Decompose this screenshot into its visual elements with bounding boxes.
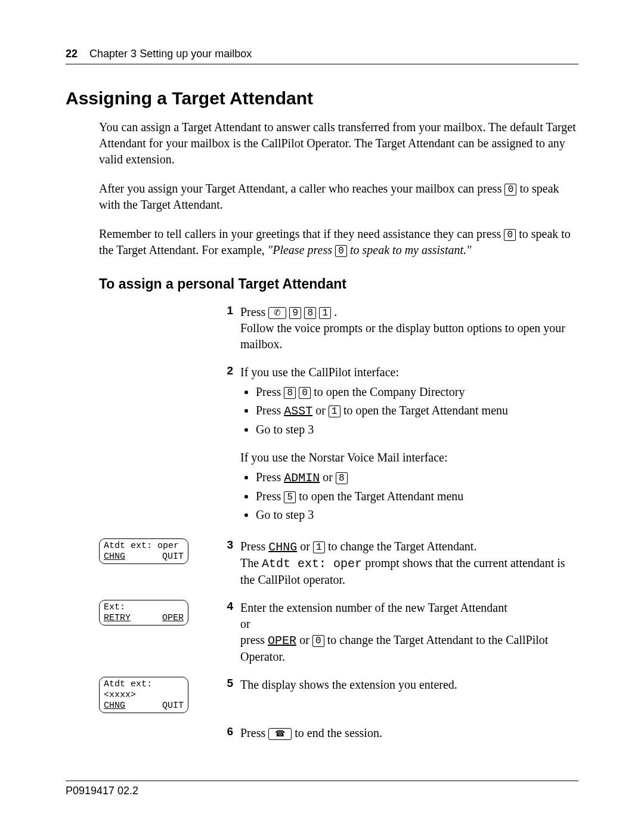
intro-block: You can assign a Target Attendant to ans… [99,119,578,258]
key-0: 0 [504,229,516,241]
intro-paragraph-1: You can assign a Target Attendant to ans… [99,119,578,168]
lcd-softkey-left: CHNG [104,701,125,711]
step-number: 6 [215,725,240,738]
step-5: Atdt ext:<xxxx> CHNG QUIT 5 The display … [99,677,578,713]
lcd-line1: Atdt ext: oper [104,541,184,552]
lcd-prompt-text: Atdt ext: oper [262,557,362,571]
section-heading: Assigning a Target Attendant [66,88,578,109]
key-0: 0 [299,387,311,399]
key-0: 0 [335,245,347,257]
page-number: 22 [66,48,78,60]
list-item: Press 5 to open the Target Attendant men… [256,488,578,504]
key-8: 8 [336,472,348,484]
intro-paragraph-3: Remember to tell callers in your greetin… [99,226,578,258]
step-number: 2 [215,364,240,377]
step-4: Ext: RETRY OPER 4 Enter the extension nu… [99,600,578,665]
key-9: 9 [289,307,301,319]
key-8: 8 [284,387,296,399]
key-0: 0 [504,184,516,196]
step-number: 1 [215,304,240,317]
step-body: Enter the extension number of the new Ta… [240,600,578,665]
key-5: 5 [284,491,296,503]
step-body: Press ✆ 9 8 1 . Follow the voice prompts… [240,304,578,352]
step-3: Atdt ext: oper CHNG QUIT 3 Press CHNG or… [99,538,578,588]
key-0: 0 [312,635,324,647]
lcd-softkey-right: OPER [162,613,184,624]
step-number: 5 [215,677,240,690]
step-body: Press CHNG or 1 to change the Target Att… [240,538,578,588]
key-1: 1 [319,307,331,319]
list-item: Go to step 3 [256,422,578,438]
intro-paragraph-2: After you assign your Target Attendant, … [99,181,578,213]
softkey-admin: ADMIN [284,471,320,485]
softkey-oper: OPER [268,634,296,648]
key-1: 1 [313,541,325,553]
feature-key-icon: ✆ [268,307,286,319]
step-6: 6 Press ☎ to end the session. [99,725,578,741]
page-footer: P0919417 02.2 [66,781,578,797]
softkey-asst: ASST [284,404,312,418]
steps-list: 1 Press ✆ 9 8 1 . Follow the voice promp… [99,304,578,741]
lcd-softkey-left: CHNG [104,552,125,562]
chapter-title: Chapter 3 Setting up your mailbox [89,48,252,60]
list-item: Press ADMIN or 8 [256,469,578,486]
lcd-softkey-right: QUIT [162,552,184,562]
step-1: 1 Press ✆ 9 8 1 . Follow the voice promp… [99,304,578,352]
subsection-heading: To assign a personal Target Attendant [99,276,578,292]
list-item: Press ASST or 1 to open the Target Atten… [256,402,578,419]
lcd-line1: Ext: [104,602,184,613]
example-quote: "Please press 0 to speak to my assistant… [268,243,472,256]
step-body: Press ☎ to end the session. [240,725,578,741]
lcd-display: Atdt ext: oper CHNG QUIT [99,538,188,564]
key-1: 1 [329,405,340,417]
page-header: 22 Chapter 3 Setting up your mailbox [66,48,578,64]
key-8: 8 [304,307,316,319]
step-2: 2 If you use the CallPilot interface: Pr… [99,364,578,527]
list-item: Go to step 3 [256,507,578,523]
step-body: If you use the CallPilot interface: Pres… [240,364,578,527]
lcd-line1: Atdt ext:<xxxx> [104,679,184,701]
list-item: Press 8 0 to open the Company Directory [256,384,578,400]
page: 22 Chapter 3 Setting up your mailbox Ass… [0,0,644,833]
release-key-icon: ☎ [268,728,292,740]
document-id: P0919417 02.2 [66,785,138,797]
lcd-display: Atdt ext:<xxxx> CHNG QUIT [99,677,188,713]
lcd-softkey-right: QUIT [162,701,184,711]
lcd-display: Ext: RETRY OPER [99,600,188,625]
step-body: The display shows the extension you ente… [240,677,578,693]
step-number: 4 [215,600,240,613]
step-number: 3 [215,538,240,552]
softkey-chng: CHNG [268,540,297,554]
lcd-softkey-left: RETRY [104,613,131,624]
